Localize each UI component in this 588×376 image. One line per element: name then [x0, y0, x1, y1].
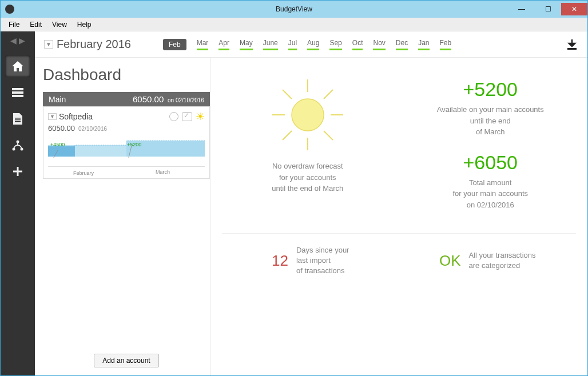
svg-line-23	[283, 131, 292, 140]
home-icon	[11, 61, 24, 72]
menu-bar: File Edit View Help	[1, 18, 587, 31]
forward-icon[interactable]: ▶	[19, 36, 25, 45]
month-tab[interactable]: Dec	[396, 39, 408, 50]
minimize-button[interactable]: —	[508, 3, 535, 15]
menu-edit[interactable]: Edit	[25, 19, 46, 30]
current-month-selector[interactable]: ▼ February 2016	[44, 38, 131, 51]
circle-icon[interactable]	[169, 112, 178, 121]
month-tab[interactable]: Feb	[163, 39, 186, 50]
spark-value-2: +5200	[127, 142, 141, 147]
svg-line-20	[283, 90, 292, 99]
total-value: +6050	[405, 148, 577, 177]
sidebar-item-accounts[interactable]	[5, 82, 30, 103]
svg-line-22	[324, 90, 333, 99]
month-tab[interactable]: Oct	[352, 39, 363, 50]
status-ok-value: OK	[439, 252, 461, 270]
svg-rect-0	[12, 88, 23, 90]
available-caption: Available on your main accounts until th…	[405, 104, 577, 138]
current-month-label: February 2016	[57, 38, 131, 51]
month-tab[interactable]: Sep	[329, 39, 341, 50]
month-tab[interactable]: Jan	[418, 39, 429, 50]
account-group-name: Main	[49, 95, 66, 104]
month-tab[interactable]: Feb	[440, 39, 452, 50]
sun-icon[interactable]: ☀	[196, 110, 205, 123]
maximize-button[interactable]: ☐	[535, 3, 561, 15]
svg-point-7	[13, 148, 15, 151]
account-group-amount: 6050.00	[133, 94, 164, 104]
month-tab[interactable]: Jul	[288, 39, 297, 50]
account-amount: 6050.00	[48, 124, 75, 133]
month-tab[interactable]: June	[263, 39, 278, 50]
account-card: ▼ Softpedia ☀ 6050.00 02/10/2016	[43, 106, 210, 179]
month-tabs: Feb Mar Apr May June Jul Aug Sep Oct Nov…	[163, 39, 451, 50]
svg-point-8	[21, 148, 23, 151]
sun-large-icon	[268, 75, 348, 155]
expand-icon[interactable]: ▼	[48, 113, 57, 120]
month-tab[interactable]: Aug	[307, 39, 319, 50]
spark-value-1: +4500	[50, 142, 65, 147]
svg-line-21	[324, 131, 333, 140]
document-icon	[13, 113, 23, 125]
sidebar-item-add[interactable]	[5, 161, 30, 182]
dropdown-icon: ▼	[44, 40, 53, 49]
page-title: Dashboard	[43, 66, 210, 84]
spark-month-2: March	[156, 169, 170, 175]
account-group-header[interactable]: Main 6050.00 on 02/10/2016	[43, 92, 210, 106]
svg-rect-2	[12, 95, 23, 97]
month-tab[interactable]: Apr	[218, 39, 229, 50]
svg-rect-1	[12, 91, 23, 94]
download-icon[interactable]	[566, 38, 578, 51]
back-icon[interactable]: ◀	[10, 36, 17, 45]
status-days: 12 Days since your last import of transa…	[222, 245, 399, 277]
total-caption: Total amount for your main accounts on 0…	[405, 177, 577, 211]
account-name[interactable]: Softpedia	[59, 112, 93, 121]
svg-rect-9	[567, 48, 577, 50]
sidebar-item-budget[interactable]	[5, 134, 30, 156]
add-account-button[interactable]: Add an account	[94, 354, 158, 367]
app-icon	[5, 5, 14, 14]
svg-rect-3	[15, 118, 21, 119]
forecast-text: No overdraw forecast for your accounts u…	[272, 161, 343, 194]
status-days-value: 12	[272, 252, 288, 270]
plus-icon	[12, 166, 23, 177]
menu-help[interactable]: Help	[73, 19, 96, 30]
month-tab[interactable]: Mar	[197, 39, 209, 50]
sidebar-item-home[interactable]	[5, 55, 30, 77]
svg-point-15	[292, 99, 324, 131]
svg-point-6	[17, 141, 19, 143]
window-title: BudgetView	[276, 5, 312, 13]
status-categorized: OK All your transactions are categorized	[399, 245, 577, 277]
close-button[interactable]: ✕	[561, 3, 587, 15]
stack-icon	[11, 87, 24, 98]
month-tab[interactable]: Nov	[373, 39, 385, 50]
svg-rect-5	[15, 121, 21, 122]
svg-rect-4	[15, 119, 21, 121]
svg-rect-11	[48, 146, 75, 157]
available-value: +5200	[405, 75, 577, 104]
sidebar: ◀ ▶	[1, 31, 35, 375]
month-tab[interactable]: May	[240, 39, 253, 50]
menu-file[interactable]: File	[4, 19, 24, 30]
title-bar: BudgetView — ☐ ✕	[1, 1, 587, 18]
menu-view[interactable]: View	[47, 19, 71, 30]
chart-check-icon[interactable]	[182, 112, 192, 121]
account-sparkline: +4500 +5200	[48, 135, 205, 167]
spark-month-1: February	[73, 170, 94, 176]
account-date: 02/10/2016	[78, 126, 107, 132]
month-bar: ▼ February 2016 Feb Mar Apr May June Jul…	[35, 31, 587, 58]
split-icon	[11, 139, 24, 151]
sidebar-item-reports[interactable]	[5, 108, 30, 130]
